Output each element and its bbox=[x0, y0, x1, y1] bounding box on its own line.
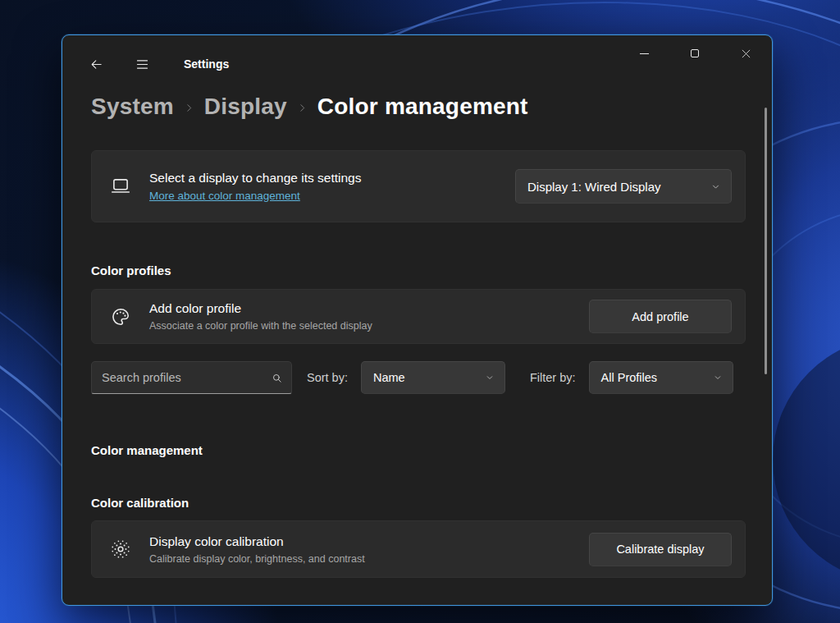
display-color-calibration-subtitle: Calibrate display color, brightness, and… bbox=[149, 553, 589, 565]
filter-by-value: All Profiles bbox=[601, 371, 658, 384]
search-icon bbox=[271, 372, 283, 384]
maximize-icon bbox=[691, 49, 699, 57]
minimize-button[interactable] bbox=[619, 36, 669, 71]
add-color-profile-title: Add color profile bbox=[149, 301, 589, 316]
breadcrumb-item-display[interactable]: Display bbox=[204, 94, 287, 120]
back-arrow-icon bbox=[89, 57, 103, 71]
filter-by-label: Filter by: bbox=[530, 371, 576, 384]
more-about-color-management-link[interactable]: More about color management bbox=[149, 190, 300, 202]
settings-window: Settings System bbox=[62, 34, 773, 606]
color-palette-icon bbox=[110, 306, 131, 328]
color-profiles-heading: Color profiles bbox=[91, 263, 746, 277]
profiles-filter-row: Sort by: Name Filter by: All Profiles bbox=[91, 361, 746, 394]
display-selector-title: Select a display to change its settings bbox=[149, 171, 515, 186]
maximize-button[interactable] bbox=[669, 36, 720, 71]
close-icon bbox=[741, 48, 751, 59]
sort-by-dropdown[interactable]: Name bbox=[361, 361, 505, 394]
chevron-right-icon bbox=[297, 103, 308, 113]
display-color-calibration-card: Display color calibration Calibrate disp… bbox=[91, 520, 746, 578]
add-profile-button[interactable]: Add profile bbox=[589, 300, 732, 333]
display-selector-card: Select a display to change its settings … bbox=[91, 150, 746, 222]
calibration-sunburst-icon bbox=[110, 538, 131, 560]
titlebar[interactable]: Settings bbox=[62, 35, 772, 83]
close-button[interactable] bbox=[720, 36, 771, 71]
chevron-down-icon bbox=[713, 373, 723, 383]
navigation-menu-button[interactable] bbox=[128, 52, 156, 76]
breadcrumb-item-system[interactable]: System bbox=[91, 94, 174, 120]
laptop-display-icon bbox=[110, 176, 131, 197]
filter-by-dropdown[interactable]: All Profiles bbox=[589, 361, 733, 394]
chevron-down-icon bbox=[485, 373, 495, 383]
minimize-icon bbox=[640, 53, 649, 54]
display-selector-dropdown[interactable]: Display 1: Wired Display bbox=[515, 169, 732, 204]
calibrate-display-button[interactable]: Calibrate display bbox=[589, 533, 732, 566]
sort-by-label: Sort by: bbox=[307, 371, 348, 384]
search-profiles-box[interactable] bbox=[91, 361, 292, 394]
back-button[interactable] bbox=[82, 52, 110, 76]
app-title: Settings bbox=[184, 57, 229, 71]
color-management-heading: Color management bbox=[91, 443, 746, 457]
desktop: Settings System bbox=[0, 0, 840, 623]
chevron-down-icon bbox=[710, 181, 721, 192]
add-color-profile-card: Add color profile Associate a color prof… bbox=[91, 289, 746, 344]
search-profiles-input[interactable] bbox=[102, 371, 271, 384]
breadcrumb-item-color-management: Color management bbox=[317, 94, 528, 120]
display-selector-value: Display 1: Wired Display bbox=[527, 180, 661, 194]
breadcrumb: System Display Color management bbox=[91, 91, 746, 122]
settings-page-content: System Display Color management Select a… bbox=[62, 91, 772, 578]
vertical-scrollbar[interactable] bbox=[765, 108, 767, 374]
add-color-profile-subtitle: Associate a color profile with the selec… bbox=[149, 320, 589, 332]
chevron-right-icon bbox=[184, 103, 194, 113]
color-calibration-heading: Color calibration bbox=[91, 496, 746, 510]
window-caption-controls bbox=[619, 36, 771, 71]
display-color-calibration-title: Display color calibration bbox=[149, 534, 589, 549]
hamburger-menu-icon bbox=[135, 57, 149, 71]
sort-by-value: Name bbox=[373, 371, 405, 384]
